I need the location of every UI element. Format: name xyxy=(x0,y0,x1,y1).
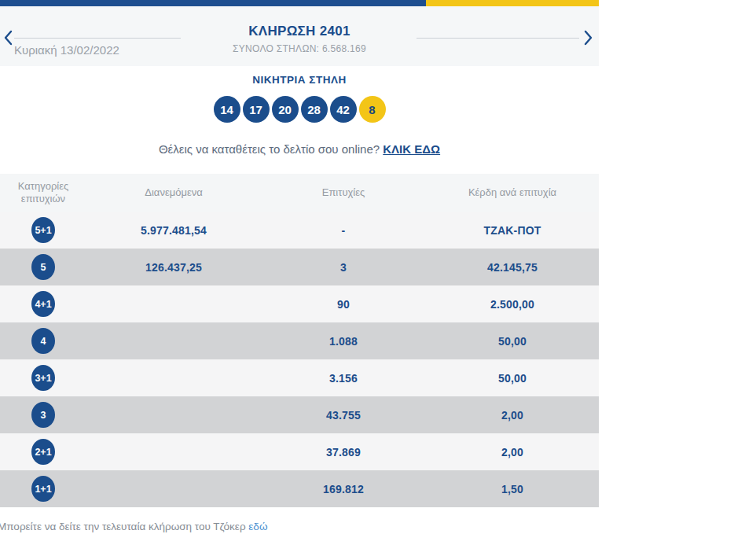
category-badge: 3 xyxy=(31,402,55,428)
accent-bar-yellow xyxy=(426,0,599,6)
header-payout: Κέρδη ανά επιτυχία xyxy=(426,186,599,199)
payout-value: 1,50 xyxy=(426,483,599,495)
winners-value: 43.755 xyxy=(261,409,426,422)
winners-value: - xyxy=(261,224,426,237)
category-badge: 4 xyxy=(31,328,55,354)
winners-value: 37.869 xyxy=(261,446,426,459)
payout-value: 2,00 xyxy=(426,446,599,459)
bonus-number-ball: 8 xyxy=(359,96,386,123)
winning-column-section: ΝΙΚΗΤΡΙΑ ΣΤΗΛΗ 14 17 20 28 42 8 Θέλεις ν… xyxy=(0,74,599,156)
winning-number-ball: 20 xyxy=(272,96,299,123)
next-draw-button[interactable] xyxy=(583,30,594,47)
payout-value: 2,00 xyxy=(426,409,599,422)
category-badge: 5+1 xyxy=(31,217,55,243)
winning-number-ball: 17 xyxy=(243,96,270,123)
category-badge: 3+1 xyxy=(31,365,55,391)
results-table: Κατηγορίες επιτυχιών Διανεμόμενα Επιτυχί… xyxy=(0,174,599,507)
payout-value: 2.500,00 xyxy=(426,298,599,311)
draw-total-columns: ΣΥΝΟΛΟ ΣΤΗΛΩΝ: 6.568.169 xyxy=(0,43,599,54)
winners-value: 3 xyxy=(261,261,426,274)
category-badge: 5 xyxy=(31,254,55,280)
category-badge: 1+1 xyxy=(31,476,55,502)
winning-column-title: ΝΙΚΗΤΡΙΑ ΣΤΗΛΗ xyxy=(0,74,599,86)
winning-number-ball: 14 xyxy=(214,96,240,123)
footer-note: Μπορείτε να δείτε την τελευταία κλήρωση … xyxy=(0,521,599,532)
table-row: 1+1 169.812 1,50 xyxy=(0,470,599,507)
draw-header: Κυριακή 13/02/2022 ΚΛΗΡΩΣΗ 2401 ΣΥΝΟΛΟ Σ… xyxy=(0,6,599,66)
table-row: 3 43.755 2,00 xyxy=(0,396,599,433)
online-cta: Θέλεις να καταθέτεις το δελτίο σου onlin… xyxy=(0,142,599,156)
payout-value: 50,00 xyxy=(426,335,599,348)
winning-number-ball: 42 xyxy=(330,96,357,123)
winners-value: 169.812 xyxy=(261,483,426,495)
table-row: 2+1 37.869 2,00 xyxy=(0,433,599,470)
results-table-body: 5+1 5.977.481,54 - ΤΖΑΚ-ΠΟΤ 5 126.437,25… xyxy=(0,212,599,507)
table-row: 3+1 3.156 50,00 xyxy=(0,359,599,396)
winners-value: 90 xyxy=(261,298,426,311)
table-row: 4+1 90 2.500,00 xyxy=(0,285,599,322)
payout-value: 50,00 xyxy=(426,372,599,385)
click-here-link[interactable]: ΚΛΙΚ ΕΔΩ xyxy=(383,142,440,156)
header-winners: Επιτυχίες xyxy=(261,186,426,199)
online-cta-text: Θέλεις να καταθέτεις το δελτίο σου onlin… xyxy=(159,142,380,156)
chevron-right-icon xyxy=(584,36,593,48)
winners-value: 3.156 xyxy=(261,372,426,385)
winners-value: 1.088 xyxy=(261,335,426,348)
category-badge: 4+1 xyxy=(31,291,55,317)
table-row: 5+1 5.977.481,54 - ΤΖΑΚ-ΠΟΤ xyxy=(0,212,599,249)
latest-draw-link[interactable]: εδώ xyxy=(248,521,267,532)
winning-numbers: 14 17 20 28 42 8 xyxy=(0,96,599,123)
payout-value: 42.145,75 xyxy=(426,261,599,274)
header-categories: Κατηγορίες επιτυχιών xyxy=(0,180,86,205)
top-accent-bar xyxy=(0,0,599,6)
table-row: 4 1.088 50,00 xyxy=(0,322,599,359)
draw-title: ΚΛΗΡΩΣΗ 2401 xyxy=(0,24,599,39)
tzoker-results-page: Κυριακή 13/02/2022 ΚΛΗΡΩΣΗ 2401 ΣΥΝΟΛΟ Σ… xyxy=(0,0,756,534)
payout-value: ΤΖΑΚ-ΠΟΤ xyxy=(426,224,599,237)
footer-text: Μπορείτε να δείτε την τελευταία κλήρωση … xyxy=(0,521,246,532)
distributed-value: 5.977.481,54 xyxy=(86,224,261,237)
distributed-value: 126.437,25 xyxy=(86,261,261,274)
winning-number-ball: 28 xyxy=(301,96,328,123)
table-row: 5 126.437,25 3 42.145,75 xyxy=(0,249,599,285)
results-table-header: Κατηγορίες επιτυχιών Διανεμόμενα Επιτυχί… xyxy=(0,174,599,212)
accent-bar-blue xyxy=(0,0,426,6)
header-distributed: Διανεμόμενα xyxy=(86,186,261,199)
category-badge: 2+1 xyxy=(31,439,55,465)
